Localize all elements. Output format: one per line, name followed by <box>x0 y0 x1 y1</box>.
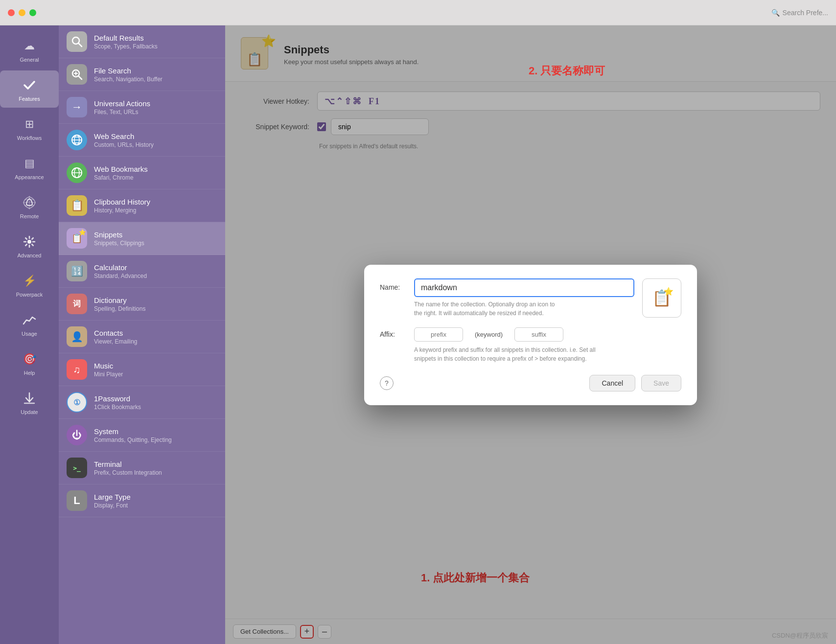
feature-item-clipboard[interactable]: 📋 Clipboard History History, Merging <box>59 189 225 222</box>
help-icon: 🎯 <box>21 350 38 368</box>
advanced-icon <box>21 233 38 251</box>
calculator-text: Calculator Standard, Advanced <box>94 263 147 279</box>
sidebar-item-powerpack[interactable]: ⚡ Powerpack <box>0 266 59 303</box>
sidebar-item-advanced[interactable]: Advanced <box>0 227 59 264</box>
music-icon: ♫ <box>67 359 87 380</box>
modal-name-hint: The name for the collection. Optionally … <box>414 300 634 318</box>
usage-icon <box>21 311 38 329</box>
modal-name-label: Name: <box>380 278 414 291</box>
web-bookmarks-icon <box>67 162 87 183</box>
feature-item-default-results[interactable]: Default Results Scope, Types, Fallbacks <box>59 25 225 58</box>
system-text: System Commands, Quitting, Ejecting <box>94 427 172 443</box>
contacts-text: Contacts Viewer, Emailing <box>94 329 138 345</box>
snippets-feature-icon: 📋 ⭐ <box>67 228 87 249</box>
traffic-lights <box>8 9 36 16</box>
dictionary-text: Dictionary Spelling, Definitions <box>94 296 145 312</box>
svg-line-9 <box>25 244 27 246</box>
update-icon <box>21 390 38 407</box>
feature-item-web-bookmarks[interactable]: Web Bookmarks Safari, Chrome <box>59 157 225 189</box>
snippets-text: Snippets Snippets, Clippings <box>94 230 144 247</box>
svg-line-6 <box>25 238 27 240</box>
feature-item-calculator[interactable]: 🔢 Calculator Standard, Advanced <box>59 255 225 288</box>
system-icon: ⏻ <box>67 425 87 445</box>
terminal-icon: >_ <box>67 458 87 478</box>
feature-item-snippets[interactable]: 📋 ⭐ Snippets Snippets, Clippings <box>59 222 225 255</box>
modal-cancel-button[interactable]: Cancel <box>589 375 635 391</box>
modal-affix-row: Affix: (keyword) <box>380 327 681 342</box>
contacts-icon: 👤 <box>67 326 87 347</box>
feature-item-file-search[interactable]: File Search Search, Navigation, Buffer <box>59 58 225 91</box>
svg-line-13 <box>79 44 82 47</box>
1password-text: 1Password 1Click Bookmarks <box>94 394 141 411</box>
step2-annotation: 2. 只要名称即可 <box>529 64 605 78</box>
modal-affix-label: Affix: <box>380 330 414 338</box>
minimize-button[interactable] <box>19 9 25 16</box>
terminal-text: Terminal Prefix, Custom Integration <box>94 460 162 476</box>
svg-line-7 <box>32 244 34 246</box>
modal-footer: ? Cancel Save <box>380 375 681 391</box>
feature-item-contacts[interactable]: 👤 Contacts Viewer, Emailing <box>59 321 225 353</box>
svg-line-8 <box>32 238 34 240</box>
sidebar-item-help[interactable]: 🎯 Help <box>0 345 59 382</box>
modal-overlay: 2. 只要名称即可 Name: The name for the collect… <box>225 25 836 644</box>
feature-item-system[interactable]: ⏻ System Commands, Quitting, Ejecting <box>59 419 225 452</box>
workflows-icon: ⊞ <box>21 115 38 133</box>
svg-line-15 <box>79 76 82 80</box>
file-search-text: File Search Search, Navigation, Buffer <box>94 67 163 83</box>
dictionary-icon: 词 <box>67 294 87 314</box>
sidebar-item-workflows[interactable]: ⊞ Workflows <box>0 110 59 147</box>
general-icon: ☁ <box>21 37 38 55</box>
file-search-icon <box>67 64 87 85</box>
svg-point-1 <box>27 240 31 244</box>
clipboard-text: Clipboard History History, Merging <box>94 198 150 214</box>
feature-item-1password[interactable]: ① 1Password 1Click Bookmarks <box>59 386 225 419</box>
sidebar-item-features[interactable]: Features <box>0 70 59 108</box>
maximize-button[interactable] <box>29 9 36 16</box>
modal-name-input[interactable] <box>414 278 634 297</box>
search-bar[interactable]: 🔍 Search Prefe... <box>771 9 828 17</box>
web-bookmarks-text: Web Bookmarks Safari, Chrome <box>94 165 148 181</box>
feature-item-large-type[interactable]: L Large Type Display, Font <box>59 484 225 517</box>
search-placeholder: Search Prefe... <box>783 9 828 17</box>
powerpack-icon: ⚡ <box>21 272 38 290</box>
feature-item-music[interactable]: ♫ Music Mini Player <box>59 353 225 386</box>
calculator-icon: 🔢 <box>67 261 87 281</box>
sidebar-item-remote[interactable]: Remote <box>0 188 59 225</box>
sidebar-item-usage[interactable]: Usage <box>0 305 59 343</box>
search-icon: 🔍 <box>771 9 780 17</box>
feature-item-web-search[interactable]: Web Search Custom, URLs, History <box>59 124 225 157</box>
affix-keyword-label: (keyword) <box>468 328 510 341</box>
modal-help-button[interactable]: ? <box>380 376 394 390</box>
modal-actions: Cancel Save <box>589 375 681 391</box>
remote-icon <box>21 194 38 211</box>
watermark: CSDN@程序员欣宸 <box>772 631 828 640</box>
clipboard-icon: 📋 <box>67 195 87 216</box>
modal-icon-drop[interactable]: 📋⭐ <box>642 278 681 318</box>
web-search-text: Web Search Custom, URLs, History <box>94 132 154 148</box>
large-type-icon: L <box>67 490 87 511</box>
large-type-text: Large Type Display, Font <box>94 493 131 509</box>
modal-name-row: Name: The name for the collection. Optio… <box>380 278 681 318</box>
universal-actions-text: Universal Actions Files, Text, URLs <box>94 99 150 115</box>
music-text: Music Mini Player <box>94 362 123 378</box>
feature-item-universal-actions[interactable]: → Universal Actions Files, Text, URLs <box>59 91 225 124</box>
feature-sidebar: Default Results Scope, Types, Fallbacks … <box>59 25 225 644</box>
collection-modal: Name: The name for the collection. Optio… <box>364 265 697 405</box>
sidebar-item-general[interactable]: ☁ General <box>0 31 59 69</box>
sidebar-item-update[interactable]: Update <box>0 384 59 421</box>
titlebar: 🔍 Search Prefe... <box>0 0 836 25</box>
1password-icon: ① <box>67 392 87 413</box>
affix-prefix-input[interactable] <box>414 327 463 342</box>
feature-item-dictionary[interactable]: 词 Dictionary Spelling, Definitions <box>59 288 225 321</box>
default-results-icon <box>67 31 87 52</box>
modal-save-button[interactable]: Save <box>641 375 681 391</box>
modal-affix-note: A keyword prefix and suffix for all snip… <box>414 345 681 363</box>
features-icon <box>21 76 38 94</box>
icon-sidebar: ☁ General Features ⊞ Workflows ▤ Appeara… <box>0 25 59 644</box>
sidebar-item-appearance[interactable]: ▤ Appearance <box>0 149 59 186</box>
affix-suffix-input[interactable] <box>514 327 563 342</box>
appearance-icon: ▤ <box>21 155 38 172</box>
close-button[interactable] <box>8 9 15 16</box>
main-content: 📋 ⭐ Snippets Keep your most useful snipp… <box>225 25 836 644</box>
feature-item-terminal[interactable]: >_ Terminal Prefix, Custom Integration <box>59 452 225 484</box>
